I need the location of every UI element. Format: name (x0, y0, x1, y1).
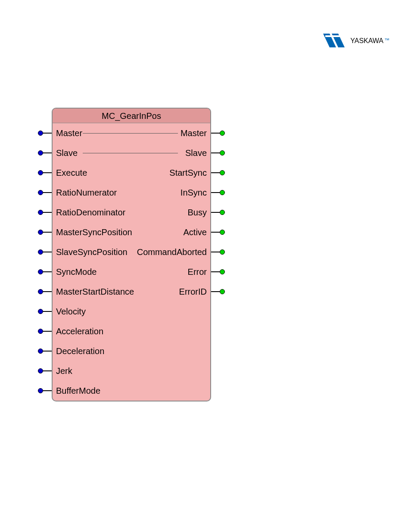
input-pin[interactable] (38, 242, 52, 262)
input-label: MasterSyncPosition (56, 227, 134, 237)
output-pin[interactable] (211, 183, 225, 202)
pin-connector-line (211, 172, 220, 173)
pin-connector-line (211, 192, 220, 193)
input-pin-dot-icon (38, 150, 43, 156)
pin-connector-line (211, 232, 220, 233)
output-pin-dot-icon (220, 269, 225, 274)
pin-connector-line (43, 291, 52, 292)
output-pins (211, 123, 225, 401)
output-pin-dot-icon (220, 289, 225, 294)
passthrough-line (83, 133, 178, 134)
pin-connector-line (211, 212, 220, 213)
output-pin-dot-icon (220, 249, 225, 255)
brand-logo: YASKAWA™ (321, 30, 389, 52)
input-label: RatioDenominator (56, 208, 127, 218)
input-label: Deceleration (56, 346, 106, 356)
output-pin[interactable] (211, 242, 225, 262)
io-row: MasterMaster (53, 123, 210, 143)
input-pin-dot-icon (38, 190, 43, 195)
pin-connector-line (43, 331, 52, 332)
output-label: CommandAborted (135, 247, 207, 257)
input-pin[interactable] (38, 282, 52, 302)
input-pin[interactable] (38, 262, 52, 282)
function-block-container: MC_GearInPos MasterMasterSlaveSlaveExecu… (52, 108, 211, 401)
pin-connector-line (43, 311, 52, 312)
output-pin-dot-icon (220, 170, 225, 175)
input-label: Acceleration (56, 327, 105, 336)
passthrough-line (83, 153, 178, 153)
output-label: Error (186, 267, 207, 277)
pin-connector-line (43, 351, 52, 352)
output-pin-dot-icon (220, 190, 225, 195)
output-label: ErrorID (177, 287, 207, 297)
input-pin[interactable] (38, 222, 52, 242)
input-label: Master (56, 128, 84, 138)
io-row: SlaveSyncPositionCommandAborted (53, 242, 210, 262)
input-pin-dot-icon (38, 309, 43, 314)
output-pin[interactable] (211, 123, 225, 143)
output-pin-dot-icon (220, 230, 225, 235)
input-pin[interactable] (38, 163, 52, 183)
pin-connector-line (43, 133, 52, 134)
input-label: Slave (56, 148, 79, 158)
input-label: SyncMode (56, 267, 99, 277)
io-row: SlaveSlave (53, 143, 210, 163)
input-pin[interactable] (38, 302, 52, 321)
io-row: RatioNumeratorInSync (53, 183, 210, 202)
io-row: RatioDenominatorBusy (53, 202, 210, 222)
pin-connector-line (43, 192, 52, 193)
output-pin-dot-icon (220, 150, 225, 156)
input-pin[interactable] (38, 202, 52, 222)
block-title: MC_GearInPos (53, 109, 210, 123)
input-label: SlaveSyncPosition (56, 247, 129, 257)
output-pin[interactable] (211, 282, 225, 302)
pin-connector-line (43, 370, 52, 371)
pin-connector-line (211, 152, 220, 153)
pin-connector-line (211, 133, 220, 134)
pin-connector-line (43, 172, 52, 173)
pin-connector-line (43, 271, 52, 272)
pin-connector-line (43, 212, 52, 213)
input-pin[interactable] (38, 143, 52, 163)
output-pin[interactable] (211, 163, 225, 183)
io-row: Velocity (53, 302, 210, 321)
output-pin[interactable] (211, 143, 225, 163)
input-label: RatioNumerator (56, 188, 118, 198)
io-row: Acceleration (53, 321, 210, 341)
pin-connector-line (211, 271, 220, 272)
io-row: MasterSyncPositionActive (53, 222, 210, 242)
input-pin-dot-icon (38, 329, 43, 334)
input-pin-dot-icon (38, 230, 43, 235)
output-label: Slave (184, 148, 207, 158)
input-pin-dot-icon (38, 131, 43, 136)
pin-connector-line (43, 390, 52, 391)
input-pin[interactable] (38, 123, 52, 143)
input-pin-dot-icon (38, 388, 43, 393)
output-label: Busy (186, 208, 207, 218)
input-pin[interactable] (38, 341, 52, 361)
logo-text: YASKAWA™ (350, 37, 389, 45)
output-pin-dot-icon (220, 131, 225, 136)
input-pin[interactable] (38, 381, 52, 401)
output-label: Active (182, 227, 207, 237)
io-row: BufferMode (53, 381, 210, 401)
pin-connector-line (211, 291, 220, 292)
input-label: Jerk (56, 366, 74, 376)
input-pin[interactable] (38, 361, 52, 381)
input-pin-dot-icon (38, 289, 43, 294)
output-pin[interactable] (211, 222, 225, 242)
output-pin[interactable] (211, 202, 225, 222)
io-row: ExecuteStartSync (53, 163, 210, 183)
io-row: MasterStartDistanceErrorID (53, 282, 210, 302)
input-pin-dot-icon (38, 348, 43, 354)
yaskawa-mark-icon (321, 30, 347, 52)
output-label: StartSync (168, 168, 207, 178)
output-pin-dot-icon (220, 210, 225, 215)
input-pin-dot-icon (38, 210, 43, 215)
output-pin[interactable] (211, 262, 225, 282)
pin-connector-line (211, 252, 220, 252)
input-pin-dot-icon (38, 269, 43, 274)
input-pin[interactable] (38, 183, 52, 202)
input-pin[interactable] (38, 321, 52, 341)
input-label: BufferMode (56, 386, 102, 396)
